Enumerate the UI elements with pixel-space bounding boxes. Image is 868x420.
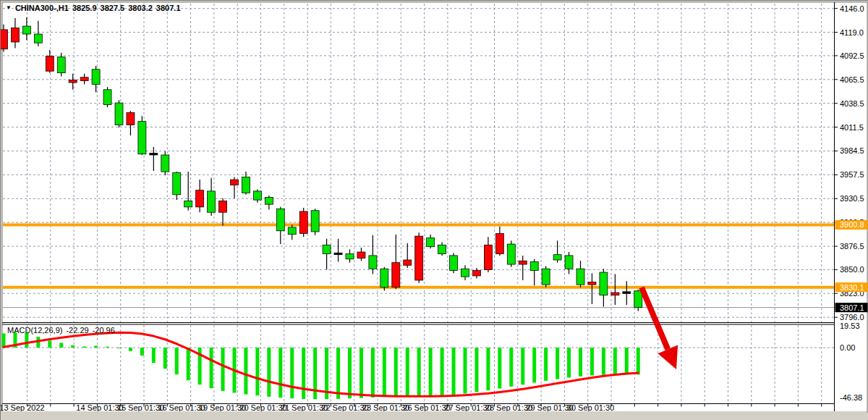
price-badge: 3807.1 [835, 303, 868, 312]
price-tick-label: 4146.0 [840, 4, 864, 13]
price-tick-label: 4119.0 [840, 28, 864, 37]
svg-text:3900.8: 3900.8 [840, 220, 864, 229]
price-tick-label: 4038.5 [840, 99, 864, 108]
macd-scale-label: 0.00 [840, 343, 855, 352]
svg-text:3830.1: 3830.1 [840, 283, 864, 292]
price-tick-label: 3930.5 [840, 194, 864, 203]
price-tick-label: 3876.5 [840, 242, 864, 251]
svg-text:3807.1: 3807.1 [840, 303, 864, 312]
price-tick-label: 4092.5 [840, 51, 864, 60]
price-tick-label: 4065.5 [840, 75, 864, 84]
price-tick-label: 3796.0 [840, 313, 864, 322]
price-tick-label: 4011.5 [840, 123, 864, 132]
price-tick-label: 3984.5 [840, 146, 864, 155]
macd-signal-value: -20.96 [93, 326, 115, 335]
status-bar [1, 411, 867, 419]
chart-window: 4146.04119.04092.54065.54038.54011.53984… [0, 0, 868, 420]
price-tick-label: 3957.5 [840, 170, 864, 179]
macd-main-value: -22.29 [66, 326, 88, 335]
macd-name: MACD(12,26,9) [7, 326, 62, 335]
price-badge: 3900.8 [835, 220, 868, 230]
macd-indicator-label: MACD(12,26,9) -22.29 -20.96 [7, 326, 115, 335]
low-value: 3803.2 [128, 4, 153, 12]
open-value: 3825.9 [72, 4, 97, 12]
collapse-chart-icon[interactable]: ▼ [6, 5, 12, 11]
high-value: 3827.5 [101, 4, 125, 12]
chart-title: ▼ CHINA300-,H1 3825.9 3827.5 3803.2 3807… [6, 4, 181, 12]
close-value: 3807.1 [156, 4, 181, 12]
price-chart-canvas[interactable]: 4146.04119.04092.54065.54038.54011.53984… [1, 1, 868, 420]
price-badge: 3830.1 [835, 282, 868, 292]
symbol-period-label: CHINA300-,H1 [15, 4, 69, 12]
macd-scale-label: -46.38 [840, 393, 862, 402]
price-tick-label: 3850.0 [840, 265, 864, 274]
macd-scale-label: 19.53 [840, 322, 860, 330]
